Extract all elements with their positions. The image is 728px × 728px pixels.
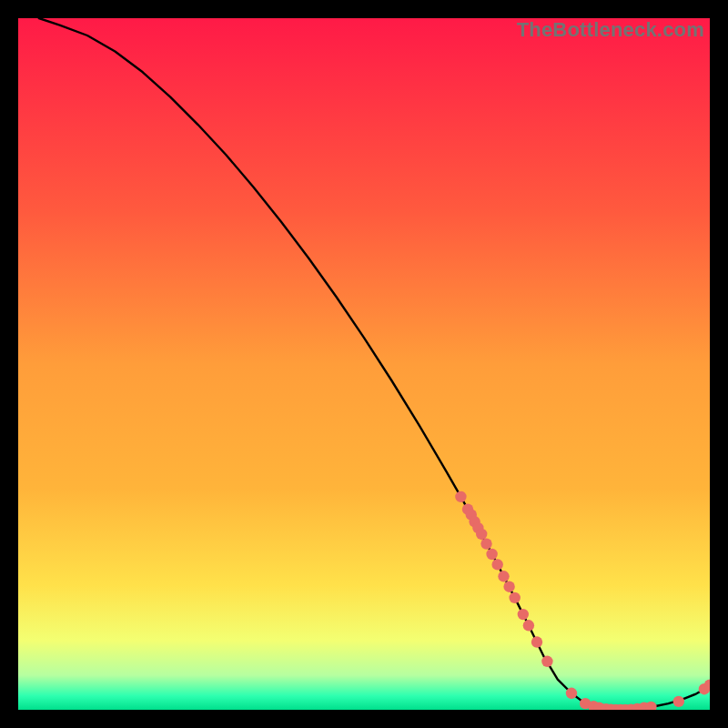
- data-point: [455, 491, 466, 502]
- chart-svg: [18, 18, 710, 710]
- data-point: [486, 549, 497, 560]
- chart-frame: TheBottleneck.com: [18, 18, 710, 710]
- data-point: [498, 571, 509, 581]
- data-point: [509, 592, 520, 603]
- data-point: [503, 581, 514, 592]
- data-point: [480, 538, 491, 549]
- data-point: [531, 636, 542, 647]
- data-point: [476, 529, 487, 540]
- data-point: [491, 559, 502, 570]
- data-point: [523, 620, 534, 631]
- data-point: [541, 656, 552, 667]
- data-point: [566, 688, 577, 699]
- watermark-text: TheBottleneck.com: [517, 18, 704, 42]
- data-point: [518, 609, 529, 620]
- data-point: [673, 696, 684, 707]
- gradient-background: [18, 18, 710, 710]
